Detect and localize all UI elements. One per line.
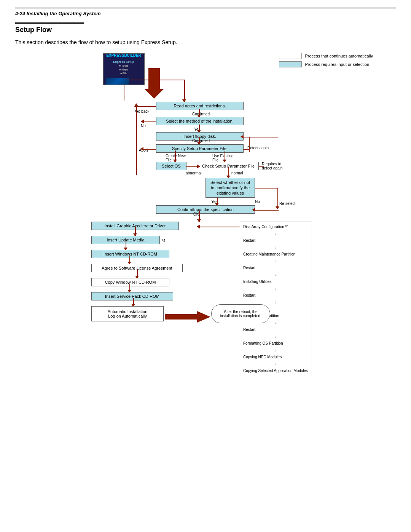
oval-reboot: After the reboot, theinstallation is com… [211, 304, 270, 323]
page-header: 4-24 Installing the Operating System [15, 11, 396, 16]
label-ok: OK [193, 212, 199, 216]
big-arrow-right [165, 311, 210, 324]
arrow-goback-v [136, 106, 137, 175]
right-col-item-10: Copying NEC Modules [243, 354, 309, 361]
arrow-no [144, 121, 156, 122]
arrowhead-abort [140, 147, 143, 151]
label-reselect: Re-select [279, 201, 295, 206]
label-detect-again: Detect again [247, 146, 269, 150]
arrow-no2-right [255, 188, 278, 189]
right-col-item-9: Formatting OS Partition [243, 340, 309, 347]
arrowhead-no [141, 120, 144, 123]
arrowhead-no2 [276, 206, 279, 209]
right-col-item-11: Copying Selected Application Modules [243, 367, 309, 374]
label-no2: No [255, 200, 260, 204]
arrow-reselect-in [255, 210, 279, 211]
svg-marker-0 [165, 311, 210, 323]
section-rule [15, 22, 84, 24]
label-star4: *4 [162, 239, 165, 243]
arrowhead-detect-floppy [241, 135, 244, 139]
box-read-notes: Read notes and restrictions. [156, 102, 244, 110]
label-go-back: Go back [135, 109, 149, 113]
header-rule [15, 8, 396, 8]
right-col-item-4: Restart [243, 265, 309, 272]
box-auto-install: Automatic InstallationLog on Automatical… [91, 306, 164, 321]
right-col-item-3: Creating Maintenance Partition [243, 251, 309, 258]
label-requires-detect: Requires todetect again [262, 162, 283, 170]
label-abnormal: abnormal [186, 171, 202, 175]
arrow-rightcol-to-graphic [200, 227, 240, 227]
right-col-item-6: Restart [243, 292, 309, 299]
arrow-no2-v [277, 188, 278, 209]
label-confirmed2: Confirmed [192, 139, 210, 143]
arrow-screenshot-down [124, 85, 124, 101]
flowchart-container: EXPRESSBUILDER Express Setup ■ Tools ■ M… [53, 53, 342, 365]
box-select-method: Select the method of the installation. [156, 117, 244, 125]
box-insert-sp: Insert Service Pack CD-ROM [91, 292, 173, 300]
arrowhead-reselect-in [252, 208, 255, 212]
arrowhead-ok [197, 219, 201, 222]
large-arrow-down [145, 68, 164, 100]
right-col-item-5: Installing Utilities [243, 278, 309, 285]
arrow-detect [244, 149, 249, 150]
box-select-confirm: Select whether or notto confirm/modify t… [206, 178, 255, 198]
arrow-detect-v [249, 137, 250, 152]
box-select-os: Select OS [156, 162, 186, 170]
arrow-os-check [186, 166, 198, 167]
arrow-check-requires [259, 166, 263, 167]
box-insert-winnt: Insert Windows NT CD-ROM [91, 250, 169, 258]
right-col-item-8: Restart [243, 326, 309, 333]
box-confirm-input: Confirm/Input the specification [156, 205, 255, 214]
svg-marker-1 [145, 68, 164, 99]
screenshot-placeholder: EXPRESSBUILDER Express Setup ■ Tools ■ M… [103, 53, 145, 85]
label-confirmed1: Confirmed [192, 112, 210, 116]
intro-text: This section describes the flow of how t… [15, 39, 396, 45]
arrow-goback-h-top [136, 106, 156, 107]
box-copy-winnt: Copy Window NT CD-ROM [91, 278, 169, 286]
right-col-item-2: Restart [243, 237, 309, 244]
arrowhead-os-check [197, 165, 200, 168]
arrow-abort [143, 149, 156, 150]
section-title: Setup Flow [15, 26, 396, 34]
arrowhead-rightcol [197, 225, 200, 228]
box-specify-param: Specify Setup Parameter File. [156, 144, 244, 153]
arrow-down-right1 [184, 80, 185, 102]
right-col-arrow1: ↓ [243, 230, 309, 237]
diagram-area: Process that continues automatically Pro… [15, 53, 396, 365]
right-column: Disk Array Configuration *1 ↓ Restart ↓ … [240, 222, 312, 376]
label-no: No [141, 124, 146, 128]
label-normal: normal [231, 171, 243, 175]
arrowhead-goback-up [134, 103, 138, 106]
right-col-item-1: Disk Array Configuration *1 [243, 224, 309, 230]
